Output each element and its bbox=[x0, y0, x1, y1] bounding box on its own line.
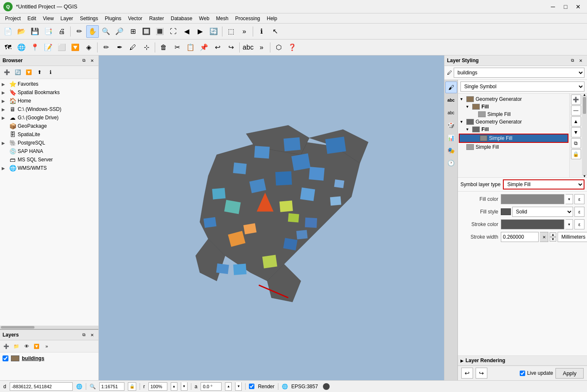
status-zoom-input[interactable] bbox=[148, 382, 167, 391]
browser-item-home[interactable]: ▶ 🏠 Home bbox=[0, 97, 98, 105]
fill-style-expr-btn[interactable]: ε bbox=[574, 207, 584, 217]
node-tool-button[interactable]: ◈ bbox=[82, 41, 95, 54]
stroke-width-unit-selector[interactable]: Millimeters bbox=[558, 232, 587, 242]
stroke-width-clear-btn[interactable]: ✕ bbox=[540, 232, 548, 242]
style-diagram-button[interactable]: 📊 bbox=[445, 132, 457, 144]
browser-item-spatialite[interactable]: 🗄 SpatiaLite bbox=[0, 130, 98, 139]
stroke-width-up-btn[interactable]: ▲ bbox=[550, 232, 556, 237]
new-project-button[interactable]: 📄 bbox=[2, 25, 14, 38]
styling-float-button[interactable]: ⧉ bbox=[568, 57, 576, 64]
style-redo-button[interactable]: ↪ bbox=[476, 368, 487, 379]
fill-color-expr-btn[interactable]: ε bbox=[574, 194, 584, 204]
map-area[interactable] bbox=[99, 55, 444, 380]
stroke-width-down-btn[interactable]: ▼ bbox=[550, 237, 556, 242]
browser-item-mssql[interactable]: 🗃 MS SQL Server bbox=[0, 155, 98, 164]
zoom-selection-button[interactable]: 🔲 bbox=[140, 25, 153, 38]
menu-help[interactable]: Help bbox=[264, 15, 281, 22]
status-zoom-down[interactable]: ▼ bbox=[181, 382, 188, 391]
zoom-layer-button[interactable]: 🔳 bbox=[153, 25, 166, 38]
menu-raster[interactable]: Raster bbox=[146, 15, 167, 22]
style-3d-button[interactable]: 🎲 bbox=[445, 119, 457, 131]
style-paintbrush-button[interactable]: 🖌 bbox=[445, 82, 457, 93]
status-lock-button[interactable]: 🔒 bbox=[128, 382, 136, 391]
layers-close-button[interactable]: ✕ bbox=[88, 331, 96, 339]
layer-selector[interactable]: buildings bbox=[454, 68, 584, 78]
browser-item-cssd[interactable]: ▶ 🖥 C:\ (Windows-SSD) bbox=[0, 105, 98, 113]
label-button[interactable]: abc bbox=[242, 41, 254, 54]
tree-scrollbar[interactable]: ▲ ▼ bbox=[582, 94, 587, 177]
menu-view[interactable]: View bbox=[40, 15, 57, 22]
browser-close-button[interactable]: ✕ bbox=[88, 57, 96, 64]
pan-button[interactable]: ✋ bbox=[86, 25, 99, 38]
cursor-button[interactable]: ↖ bbox=[269, 25, 281, 38]
fill-color-dropdown-btn[interactable]: ▼ bbox=[566, 194, 573, 204]
zoom-native-button[interactable]: ⛶ bbox=[167, 25, 180, 38]
sym-remove-button[interactable]: — bbox=[571, 105, 581, 116]
more-tools-button[interactable]: » bbox=[238, 25, 251, 38]
menu-project[interactable]: Project bbox=[2, 15, 24, 22]
status-render-checkbox[interactable] bbox=[249, 384, 254, 389]
add-group-button[interactable]: 📁 bbox=[12, 342, 21, 351]
renderer-selector[interactable]: Single Symbol bbox=[460, 82, 584, 92]
sym-down-button[interactable]: ▼ bbox=[571, 127, 581, 137]
browser-item-gdrive[interactable]: ▶ ☁ G:\ (Google Drive) bbox=[0, 113, 98, 122]
filter-button[interactable]: 🔽 bbox=[69, 41, 82, 54]
browser-item-wms[interactable]: ▶ 🌐 WMS/WMTS bbox=[0, 164, 98, 172]
identify-button[interactable]: ℹ bbox=[255, 25, 268, 38]
browser-info-button[interactable]: ℹ bbox=[45, 67, 56, 77]
cut-button[interactable]: ✂ bbox=[171, 41, 183, 54]
edit-pencil-button[interactable]: ✏ bbox=[100, 41, 112, 54]
zoom-next-button[interactable]: ▶ bbox=[194, 25, 206, 38]
stroke-color-dropdown-btn[interactable]: ▼ bbox=[566, 219, 573, 229]
zoom-full-button[interactable]: ⊞ bbox=[127, 25, 139, 38]
undo-main-button[interactable]: ↩ bbox=[211, 41, 224, 54]
menu-database[interactable]: Database bbox=[167, 15, 196, 22]
status-zoom-up[interactable]: ▲ bbox=[171, 382, 177, 391]
symbol-layer-type-selector[interactable]: Simple Fill bbox=[503, 179, 584, 189]
browser-item-postgresql[interactable]: ▶ 🐘 PostgreSQL bbox=[0, 139, 98, 147]
sym-up-button[interactable]: ▲ bbox=[571, 116, 581, 126]
style-label2-button[interactable]: abc bbox=[445, 107, 457, 118]
browser-item-favorites[interactable]: ▶ ⭐ Favorites bbox=[0, 80, 98, 88]
status-rot-down[interactable]: ▼ bbox=[235, 382, 242, 391]
edit-more-button[interactable]: ✒ bbox=[113, 41, 126, 54]
edit-adv-button[interactable]: 🖊 bbox=[127, 41, 139, 54]
layer-item-buildings[interactable]: buildings bbox=[0, 354, 98, 363]
browser-collapse-button[interactable]: ⬆ bbox=[34, 67, 45, 77]
sym-lock-button[interactable]: 🔒 bbox=[571, 149, 581, 159]
tree-scroll-down[interactable]: ▼ bbox=[582, 175, 587, 177]
sym-item-geomgen2[interactable]: ▼ Geometry Generator bbox=[458, 118, 569, 126]
layers-float-button[interactable]: ⧉ bbox=[80, 331, 87, 339]
browser-scrollbar[interactable] bbox=[0, 326, 98, 329]
menu-vector[interactable]: Vector bbox=[125, 15, 146, 22]
browser-filter-button[interactable]: 🔽 bbox=[24, 67, 34, 77]
browser-float-button[interactable]: ⧉ bbox=[80, 57, 87, 64]
layers-visible-button[interactable]: 👁 bbox=[22, 342, 31, 351]
status-rotation-input[interactable] bbox=[201, 382, 222, 391]
fill-color-bar[interactable] bbox=[501, 194, 564, 204]
style-history-button[interactable]: 🕐 bbox=[445, 157, 457, 169]
live-update-checkbox[interactable] bbox=[520, 371, 525, 376]
stroke-color-expr-btn[interactable]: ε bbox=[574, 219, 584, 229]
browser-item-geopkg[interactable]: 📦 GeoPackage bbox=[0, 122, 98, 130]
zoom-out-button[interactable]: 🔎 bbox=[113, 25, 126, 38]
redo-main-button[interactable]: ↪ bbox=[225, 41, 237, 54]
sym-add-button[interactable]: ➕ bbox=[571, 95, 581, 105]
sym-item-simplefill2-selected[interactable]: Simple Fill bbox=[459, 134, 568, 143]
add-polygon-button[interactable]: ⬜ bbox=[56, 41, 68, 54]
status-scale-input[interactable] bbox=[99, 382, 124, 391]
menu-edit[interactable]: Edit bbox=[24, 15, 40, 22]
sym-item-fill2[interactable]: ▼ Fill bbox=[458, 126, 569, 133]
print-layout-button[interactable]: 🖨 bbox=[56, 25, 68, 38]
layer-checkbox-buildings[interactable] bbox=[3, 355, 8, 361]
refresh-button[interactable]: 🔄 bbox=[207, 25, 220, 38]
fill-style-selector[interactable]: Solid bbox=[512, 207, 573, 217]
layers-filter-button[interactable]: 🔽 bbox=[32, 342, 41, 351]
add-layer-button[interactable]: 🗺 bbox=[2, 41, 14, 54]
select-button[interactable]: ⬚ bbox=[225, 25, 237, 38]
apply-button[interactable]: Apply bbox=[555, 368, 584, 379]
minimize-button[interactable]: ─ bbox=[547, 2, 558, 11]
menu-settings[interactable]: Settings bbox=[77, 15, 101, 22]
digitize-button[interactable]: ✏ bbox=[73, 25, 85, 38]
close-button[interactable]: ✕ bbox=[573, 2, 584, 11]
